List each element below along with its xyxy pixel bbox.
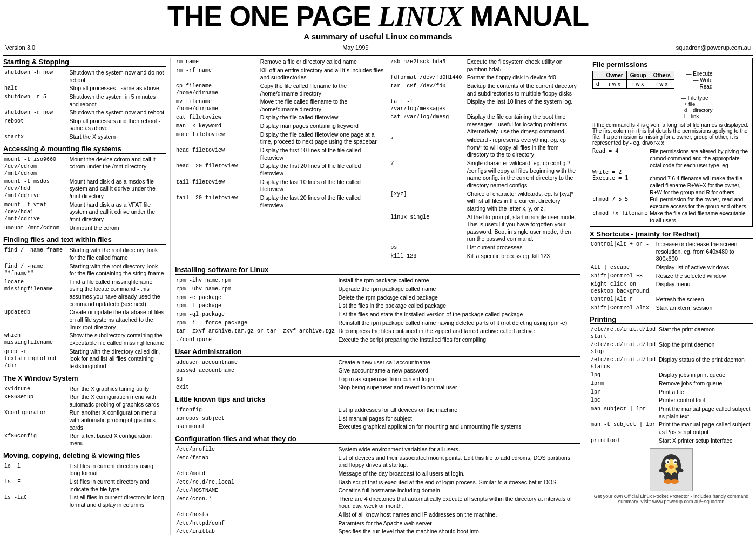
desc-cell: Remove jobs from queue (658, 380, 753, 388)
cmd-cell: tar -cMf /dev/fd0 (389, 82, 466, 98)
perm-desc: chmod 7 6 4 filename will make the file … (650, 175, 750, 196)
desc-cell: wildcard - represents everything. eg. cp… (466, 136, 580, 159)
table-row: more filetoviewDisplay the file called f… (175, 131, 385, 146)
cmd-cell: ps (389, 243, 466, 252)
cmd-cell: lpr (590, 388, 658, 397)
desc-cell: Conatins full hostname including domain. (337, 486, 580, 495)
table-row: kill 123Kill a specific process eg. kill… (389, 252, 580, 261)
table-row: /etc/rc.d/init.d/lpd startStart the prin… (590, 326, 753, 341)
cmd-cell: find / -name fname (3, 246, 68, 262)
table-row: /etc/HOSTNAMEConatins full hostname incl… (175, 486, 580, 495)
install-table: rpm -ihv name.rpmInstall the rpm package… (175, 276, 580, 344)
table-row: Right click on desktop backgroundDisplay… (590, 280, 753, 295)
table-row: mount -t vfat /dev/hda1 /mnt/cdriveMount… (3, 201, 166, 224)
svg-point-5 (674, 461, 677, 463)
desc-cell: Single character wildcard. eg. cp config… (466, 159, 580, 190)
useradmin-table: adduser accountnameCreate a new user cal… (175, 358, 580, 392)
cmd-cell: tail filetoview (175, 178, 259, 194)
desc-cell: Remove a file or directory called name (259, 58, 386, 66)
page: THE ONE PAGE LINUX MANUAL A summary of u… (0, 0, 756, 535)
desc-cell: Refresh the screen (655, 295, 753, 304)
cmd-cell: shutdown -r 5 (3, 93, 68, 109)
printing-title: Printing (590, 315, 753, 324)
table-row: /etc/rc.d/init.d/lpd stopStop the print … (590, 341, 753, 356)
perm-desc (650, 169, 750, 175)
table-row: umount /mnt/cdromUnmount the cdrom (3, 224, 166, 233)
xwindow-table: xvidtuneRun the X graphics tuning utilit… (3, 385, 166, 448)
perm-label: Execute = 1 (592, 175, 650, 196)
cmd-cell: tar -zxvf archive.tar.gz or tar -zxvf ar… (175, 327, 337, 336)
cmd-cell: Right click on desktop background (590, 280, 655, 295)
cmd-cell: lpc (590, 396, 658, 405)
table-row: mount -t iso9660 /dev/cdrom /mnt/cdromMo… (3, 155, 166, 178)
footer: Get your own Official Linux Pocket Prote… (590, 448, 753, 504)
misc-commands-table: /sbin/e2fsck hda5Execute the filesystem … (389, 58, 580, 260)
perm-execute-label: — Execute (686, 71, 713, 77)
desc-cell: Run a text based X configuration menu (68, 432, 166, 448)
finding-table: find / -name fnameStarting with the root… (3, 246, 166, 370)
table-row: cat filetoviewDisplay the file called fi… (175, 113, 385, 122)
cmd-cell: /etc/hosts (175, 511, 337, 519)
desc-cell: Start the X system (68, 133, 166, 141)
table-row: rm -rf nameKill off an entire directory … (175, 66, 385, 82)
desc-cell: Executes graphical application for mount… (337, 423, 580, 431)
cmd-cell: /etc/HOSTNAME (175, 486, 337, 495)
table-row: man -k keywordDisplay man pages containi… (175, 122, 385, 131)
cmd-cell: * (389, 136, 466, 159)
desc-cell: Mount the device cdrom and call it cdrom… (68, 155, 166, 178)
table-row: cp filename /home/dirnameCopy the file c… (175, 82, 385, 98)
file-permissions-section: File permissions Owner Group Others (590, 58, 753, 227)
perm-desc: Full permission for the owner, read and … (650, 196, 750, 210)
cmd-cell: mv filename /home/dirname (175, 98, 259, 113)
desc-cell: Move the file called filename to the /ho… (259, 98, 386, 113)
date: May 1999 (342, 44, 368, 51)
cmd-cell: man -t subject | lpr (590, 421, 658, 436)
perm-filetype-label: — File type (681, 95, 713, 101)
table-row: lpqDisplay jobs in print queue (590, 371, 753, 380)
desc-cell: Shutdown the system now and reboot (68, 109, 166, 117)
desc-cell: System wide environment variables for al… (337, 445, 580, 454)
table-row: rpm -Uhv name.rpmUpgrade the rpm package… (175, 285, 580, 294)
table-row: lprPrint a file (590, 388, 753, 397)
cmd-cell: head -20 filetoview (175, 162, 259, 178)
table-row: fdformat /dev/fd0H1440Format the floppy … (389, 73, 580, 82)
cmd-cell: usermount (175, 423, 337, 431)
desc-cell: Delete the rpm package called package (337, 294, 580, 302)
cmd-cell: /etc/inittab (175, 527, 337, 535)
perm-filetype-file: + file (684, 101, 713, 107)
col-mid: rm nameRemove a file or directory called… (171, 58, 585, 535)
cmd-cell: man -k keyword (175, 122, 259, 131)
cmd-cell: cp filename /home/dirname (175, 82, 259, 98)
desc-cell: Shutdown the system now and do not reboo… (68, 69, 166, 84)
table-row: tar -cMf /dev/fd0Backup the contents of … (389, 82, 580, 98)
cmd-cell: umount /mnt/cdrom (3, 224, 68, 233)
desc-cell: List the files and state the installed v… (337, 310, 580, 319)
cmd-cell: grep -r textstringtofind /dir (3, 348, 68, 371)
cmd-cell: /etc/profile (175, 445, 337, 454)
table-row: rpm -i --force packageReinstall the rpm … (175, 319, 580, 328)
desc-cell: List the files in the package called pac… (337, 302, 580, 310)
desc-cell: List files in current directory and indi… (68, 478, 166, 493)
col-left: Starting & Stopping shutdown -h nowShutd… (3, 58, 171, 535)
x-shortcuts-title: X Shortcuts - (mainly for Redhat) (590, 230, 753, 239)
perm-write-label: — Write (693, 77, 713, 83)
cmd-cell: locate missingfilename (3, 278, 68, 309)
perm-label: Read = 4 (592, 148, 650, 169)
cmd-cell: rpm -e package (175, 294, 337, 302)
table-row: rpm -e packageDelete the rpm package cal… (175, 294, 580, 302)
desc-cell: Decompress the files contained in the zi… (337, 327, 580, 336)
desc-cell: Display the first 10 lines of the file c… (259, 146, 386, 162)
table-row: /etc/rc.d/init.d/lpd statusDisplay statu… (590, 356, 753, 371)
perm-label: chmod 7 5 5 (592, 196, 650, 210)
cmd-cell: lpq (590, 371, 658, 380)
table-row: ./configureExecute the script preparing … (175, 336, 580, 344)
desc-cell: Stop all processes - same as above (68, 84, 166, 93)
cmd-cell: Shift|Control F8 (590, 272, 655, 281)
svg-point-6 (669, 465, 674, 469)
cmd-cell: mount -t vfat /dev/hda1 /mnt/cdrive (3, 201, 68, 224)
table-row: rebootStop all processes and then reboot… (3, 117, 166, 133)
cmd-cell: rpm -Uhv name.rpm (175, 285, 337, 294)
cmd-cell: xf86config (3, 432, 68, 448)
table-row: ifconfigList ip addresses for all device… (175, 406, 580, 415)
footer-image (650, 448, 693, 491)
